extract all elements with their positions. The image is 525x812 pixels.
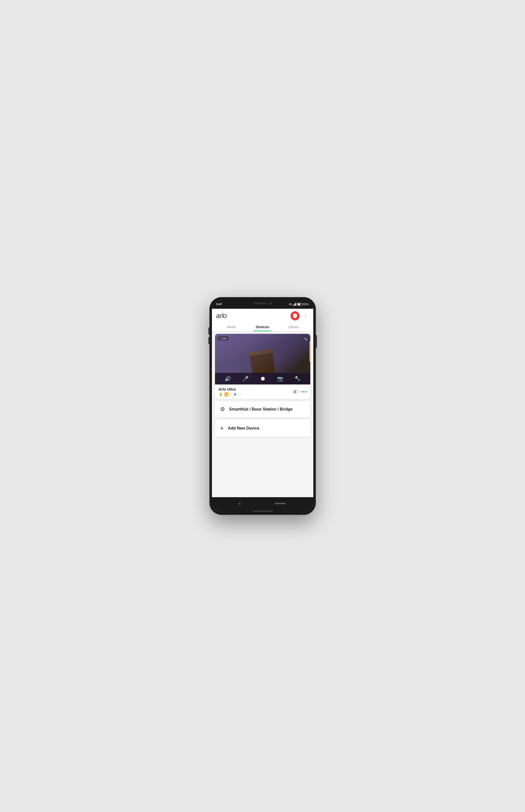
- storage-icon: □: [230, 392, 232, 396]
- notification-count: 3: [291, 389, 298, 394]
- status-dots: [301, 391, 307, 393]
- live-badge: Live: [217, 337, 228, 340]
- notch-speaker: [254, 303, 267, 304]
- back-button[interactable]: ‹: [239, 501, 241, 506]
- tab-devices[interactable]: Devices: [247, 323, 278, 331]
- signal-strength-icon: —: [239, 392, 242, 396]
- battery-icon: [297, 303, 302, 306]
- status-bar: 5:47 4G 55%: [212, 300, 313, 309]
- smarthub-card[interactable]: ⚙ SmartHub / Base Station / Bridge: [215, 402, 310, 417]
- camera-status-icons: 🔋 📶 □ 🔈 —: [219, 392, 242, 396]
- live-dot: [219, 338, 221, 339]
- header-icons: ⋮: [290, 311, 309, 321]
- screen-content: arlo ⋮ Mode: [212, 309, 313, 497]
- fullscreen-button[interactable]: ⤡: [304, 337, 308, 342]
- alert-button[interactable]: [290, 311, 300, 321]
- phone-device: 5:47 4G 55%: [209, 297, 316, 515]
- volume-button[interactable]: 🔊: [225, 376, 231, 382]
- side-strip: [309, 341, 310, 362]
- shield-alert-icon: [292, 313, 298, 318]
- status-right-icons: 4G 55%: [289, 303, 309, 306]
- settings-icon: ⚙: [220, 406, 225, 412]
- signal-icon: [293, 303, 296, 306]
- camera-card: Live ⤡ 🔊 🎤 ⏺ 📷 🔦: [215, 334, 310, 399]
- volume-buttons: [208, 327, 209, 344]
- record-button[interactable]: ⏺: [260, 375, 266, 382]
- status-time: 5:47: [216, 303, 222, 306]
- phone-bottom-bar: [212, 510, 313, 512]
- add-device-label: Add New Device: [228, 426, 259, 431]
- status-dot-2: [303, 391, 304, 393]
- main-scroll-area: Live ⤡ 🔊 🎤 ⏺ 📷 🔦: [212, 331, 313, 497]
- battery-label: 55%: [303, 303, 309, 306]
- snapshot-button[interactable]: 📷: [277, 376, 283, 382]
- more-options-button[interactable]: ⋮: [302, 312, 309, 320]
- notch-camera: [269, 302, 271, 305]
- header-top: arlo ⋮: [216, 311, 309, 323]
- camera-video-area[interactable]: Live ⤡ 🔊 🎤 ⏺ 📷 🔦: [215, 334, 310, 385]
- tab-bar: Mode Devices Library: [216, 323, 309, 331]
- tab-mode[interactable]: Mode: [216, 323, 247, 331]
- notch: [245, 300, 280, 307]
- battery-status-icon: 🔋: [219, 392, 223, 396]
- smarthub-label: SmartHub / Base Station / Bridge: [229, 407, 293, 411]
- camera-info-left: Arlo Ultra 🔋 📶 □ 🔈 —: [219, 387, 242, 396]
- status-dot-1: [301, 391, 302, 393]
- tab-library[interactable]: Library: [278, 323, 309, 331]
- home-button[interactable]: [275, 503, 286, 504]
- flashlight-button[interactable]: 🔦: [295, 376, 300, 381]
- add-device-card[interactable]: + Add New Device: [215, 420, 310, 437]
- network-label: 4G: [289, 303, 292, 306]
- bottom-nav: ‹: [212, 497, 313, 510]
- microphone-button[interactable]: 🎤: [242, 376, 249, 382]
- power-button: [316, 335, 317, 348]
- wifi-icon: 📶: [224, 392, 229, 396]
- add-icon: +: [220, 424, 224, 432]
- status-dot-3: [305, 391, 307, 393]
- camera-info-right: 3: [291, 389, 306, 394]
- app-header: arlo ⋮ Mode: [212, 309, 313, 331]
- video-controls-bar: 🔊 🎤 ⏺ 📷 🔦: [215, 373, 310, 385]
- audio-icon: 🔈: [234, 392, 237, 396]
- live-label: Live: [222, 337, 227, 340]
- phone-screen: 5:47 4G 55%: [212, 300, 313, 512]
- camera-name: Arlo Ultra: [219, 387, 242, 391]
- camera-info-row: Arlo Ultra 🔋 📶 □ 🔈 — 3: [215, 385, 310, 399]
- arlo-logo: arlo: [216, 312, 227, 320]
- bottom-pill: [253, 511, 273, 512]
